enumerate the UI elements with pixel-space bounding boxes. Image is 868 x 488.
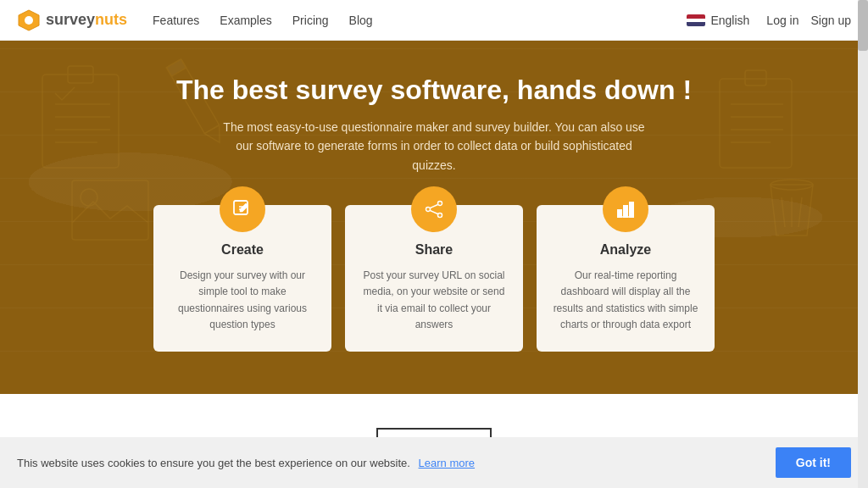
cookie-accept-button[interactable]: Got it! <box>776 447 851 478</box>
flag-icon <box>687 14 705 26</box>
card-analyze-title: Analyze <box>552 242 699 258</box>
logo-icon <box>17 8 41 32</box>
cookie-banner: This website uses cookies to ensure you … <box>0 437 868 484</box>
svg-point-19 <box>771 180 813 190</box>
logo-text-nuts: nuts <box>95 11 127 29</box>
card-create-title: Create <box>169 242 316 258</box>
card-analyze-desc: Our real-time reporting dashboard will d… <box>552 268 699 333</box>
nav-examples[interactable]: Examples <box>220 14 271 27</box>
analyze-icon-circle <box>603 186 648 232</box>
navbar-links: Features Examples Pricing Blog <box>153 14 687 27</box>
svg-line-30 <box>431 211 438 214</box>
cookie-message: This website uses cookies to ensure you … <box>17 457 410 469</box>
svg-point-26 <box>438 202 442 206</box>
hero-section: The best survey software, hands down ! T… <box>0 41 868 394</box>
language-selector[interactable]: English <box>687 14 749 27</box>
svg-point-27 <box>426 208 431 212</box>
share-icon <box>423 198 445 220</box>
card-share-title: Share <box>360 242 508 258</box>
analyze-icon <box>615 198 637 220</box>
nav-pricing[interactable]: Pricing <box>292 14 329 27</box>
scrollbar-thumb[interactable] <box>858 0 868 51</box>
card-analyze: Analyze Our real-time reporting dashboar… <box>537 205 715 352</box>
svg-point-1 <box>25 16 33 25</box>
logo[interactable]: surveynuts <box>17 8 127 32</box>
nav-features[interactable]: Features <box>153 14 199 27</box>
create-icon-circle <box>220 186 265 232</box>
card-create: Create Design your survey with our simpl… <box>153 205 331 352</box>
nav-blog[interactable]: Blog <box>349 14 373 27</box>
card-create-desc: Design your survey with our simple tool … <box>169 268 316 333</box>
signup-link[interactable]: Sign up <box>811 14 851 27</box>
auth-links: Log in Sign up <box>766 14 851 27</box>
svg-point-28 <box>438 214 442 218</box>
share-icon-circle <box>411 186 457 232</box>
create-icon <box>231 198 253 220</box>
svg-line-29 <box>431 205 438 208</box>
login-link[interactable]: Log in <box>766 14 798 27</box>
hero-subtitle: The most easy-to-use questionnaire maker… <box>214 118 654 175</box>
navbar: surveynuts Features Examples Pricing Blo… <box>0 0 868 41</box>
hero-title: The best survey software, hands down ! <box>17 75 851 106</box>
card-share-desc: Post your survey URL on social media, on… <box>360 268 508 333</box>
svg-rect-31 <box>618 210 621 217</box>
cookie-text: This website uses cookies to ensure you … <box>17 457 776 469</box>
svg-point-12 <box>81 189 97 206</box>
cookie-learn-more-link[interactable]: Learn more <box>419 457 475 469</box>
scrollbar[interactable] <box>858 0 868 484</box>
language-label: English <box>710 14 749 27</box>
card-share: Share Post your survey URL on social med… <box>345 205 523 352</box>
feature-cards: Create Design your survey with our simpl… <box>17 205 851 352</box>
svg-rect-32 <box>624 206 627 217</box>
logo-text-survey: survey <box>46 11 95 29</box>
svg-rect-33 <box>630 202 633 217</box>
